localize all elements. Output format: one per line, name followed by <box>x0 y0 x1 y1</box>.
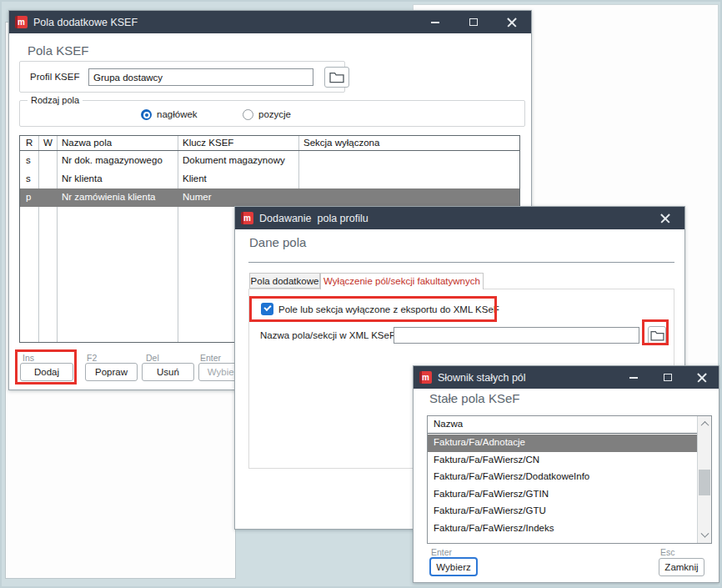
window3-close-button[interactable] <box>685 366 719 389</box>
window3-title: Słownik stałych pól <box>438 372 526 384</box>
ksef-fields-list[interactable]: Nazwa Faktura/Fa/Adnotacje Faktura/Fa/Fa… <box>427 415 712 544</box>
table-header-row: R W Nazwa pola Klucz KSEF Sekcja wyłączo… <box>20 136 519 151</box>
scroll-down-button[interactable] <box>698 529 711 542</box>
screenshot-root: m Pola dodatkowe KSEF Pola KSEF Profil K… <box>0 0 722 588</box>
maximize-icon <box>664 374 672 381</box>
window1-title: Pola dodatkowe KSEF <box>33 17 138 28</box>
radio-naglowek[interactable] <box>141 109 152 120</box>
col-header-nazwa: Nazwa pola <box>62 138 112 148</box>
hint-esc: Esc <box>660 547 675 557</box>
wybierz-button[interactable]: Wybierz <box>429 557 478 576</box>
app-logo: m <box>241 212 253 224</box>
tab-pola-dodatkowe[interactable]: Pola dodatkowe <box>249 273 320 289</box>
window2-heading: Dane pola <box>249 235 306 249</box>
list-item[interactable]: Faktura/Fa/FaWiersz/DodatkoweInfo <box>428 469 698 486</box>
window3-minimize-button[interactable] <box>617 366 650 389</box>
profil-ksef-label: Profil KSEF <box>30 72 79 82</box>
close-icon <box>507 18 517 28</box>
minimize-icon <box>629 377 638 379</box>
window3-maximize-button[interactable] <box>650 366 685 389</box>
hint-ins: Ins <box>23 353 34 363</box>
rodzaj-pola-legend: Rodzaj pola <box>28 95 83 105</box>
window1-close-button[interactable] <box>493 11 531 33</box>
folder-icon <box>650 330 664 341</box>
window1-heading: Pola KSEF <box>28 43 88 58</box>
heading-separator <box>248 262 674 263</box>
col-header-r: R <box>26 138 33 148</box>
col-header-sekcja: Sekcja wyłączona <box>303 138 379 148</box>
close-icon <box>697 373 707 383</box>
dodaj-button[interactable]: Dodaj <box>20 363 73 381</box>
profil-browse-button[interactable] <box>324 67 349 88</box>
list-item[interactable]: Faktura/Fa/FaWiersz/GTIN <box>428 486 698 504</box>
close-icon <box>660 214 670 224</box>
popraw-button[interactable]: Popraw <box>85 363 138 381</box>
window2-close-button[interactable] <box>646 207 684 229</box>
minimize-icon <box>431 22 439 23</box>
exclude-checkbox[interactable] <box>261 303 273 315</box>
scroll-up-button[interactable] <box>698 417 711 430</box>
list-item[interactable]: Faktura/Fa/FaWiersz/GTU <box>428 503 698 520</box>
window3-heading: Stałe pola KSeF <box>429 391 519 405</box>
scrollbar-thumb[interactable] <box>699 470 710 495</box>
window1-maximize-button[interactable] <box>454 11 493 33</box>
col-header-klucz: Klucz KSEF <box>183 138 233 148</box>
chevron-up-icon <box>700 420 709 429</box>
list-item-selected[interactable]: Faktura/Fa/Adnotacje <box>428 435 698 452</box>
maximize-icon <box>469 18 478 26</box>
radio-pozycje-label[interactable]: pozycje <box>258 109 291 119</box>
zamknij-button[interactable]: Zamknij <box>659 558 704 576</box>
table-row[interactable]: s Nr dok. magazynowego Dokument magazyno… <box>20 152 519 170</box>
check-icon <box>263 304 271 311</box>
xml-browse-button[interactable] <box>648 326 666 344</box>
window1-minimize-button[interactable] <box>416 11 454 33</box>
app-logo: m <box>419 371 432 384</box>
usun-button[interactable]: Usuń <box>142 363 194 381</box>
hint-del: Del <box>146 353 159 363</box>
xml-field-label: Nazwa pola/sekcji w XML KSeF <box>260 330 395 340</box>
list-item[interactable]: Faktura/Fa/FaWiersz/Indeks <box>428 520 698 538</box>
app-logo: m <box>15 16 28 28</box>
radio-pozycje[interactable] <box>243 109 253 120</box>
list-scrollbar[interactable] <box>697 416 711 543</box>
window-slownik-stalych-pol: m Słownik stałych pól Stałe pola KSeF Na… <box>413 365 719 583</box>
rodzaj-pola-group: Rodzaj pola nagłówek pozycje <box>19 100 525 127</box>
window1-titlebar[interactable]: m Pola dodatkowe KSEF <box>9 11 531 33</box>
window2-titlebar[interactable]: m Dodawanie pola profilu <box>235 207 684 229</box>
col-header-w: W <box>43 138 53 148</box>
profil-ksef-input[interactable] <box>88 68 313 86</box>
hint-f2: F2 <box>87 353 97 363</box>
exclude-checkbox-label[interactable]: Pole lub sekcja wyłączone z eksportu do … <box>278 304 499 314</box>
folder-icon <box>329 72 344 83</box>
window2-title: Dodawanie pola profilu <box>259 213 369 224</box>
profil-ksef-group: Profil KSEF <box>19 61 345 93</box>
table-row-selected[interactable]: p Nr zamówienia klienta Numer <box>20 188 519 207</box>
hint-enter: Enter <box>431 547 452 557</box>
hint-enter: Enter <box>200 353 221 363</box>
radio-naglowek-label[interactable]: nagłówek <box>157 109 198 119</box>
chevron-down-icon <box>700 529 709 537</box>
list-header: Nazwa <box>428 416 711 434</box>
tab-wylaczenie-pol[interactable]: Wyłączenie pól/sekcji fakultatywnych <box>320 273 484 289</box>
list-item[interactable]: Faktura/Fa/FaWiersz/CN <box>428 452 698 470</box>
table-row[interactable]: s Nr klienta Klient <box>20 170 519 188</box>
window3-titlebar[interactable]: m Słownik stałych pól <box>414 366 719 389</box>
xml-field-input[interactable] <box>394 327 639 344</box>
